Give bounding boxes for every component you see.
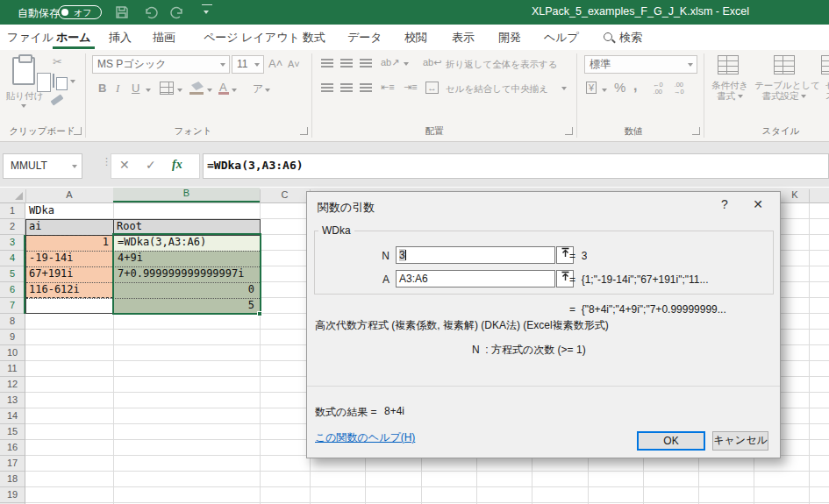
- row-header[interactable]: 18: [0, 472, 25, 487]
- italic-button[interactable]: I: [116, 82, 119, 96]
- increase-indent-icon[interactable]: ⇥≡: [404, 82, 418, 93]
- tab-data[interactable]: データ: [347, 30, 382, 46]
- search-icon[interactable]: [604, 32, 612, 41]
- comma-style-button[interactable]: ,: [633, 78, 637, 94]
- arg-n-input[interactable]: 3: [396, 246, 555, 264]
- conditional-formatting-button[interactable]: 条件付き書式: [707, 80, 753, 101]
- phonetic-dropdown-icon[interactable]: [265, 89, 270, 92]
- copy-dropdown-icon[interactable]: [70, 80, 75, 83]
- format-painter-icon[interactable]: [51, 95, 64, 106]
- select-all-icon[interactable]: [15, 192, 23, 200]
- cancel-entry-icon[interactable]: ✕: [119, 158, 130, 172]
- redo-icon[interactable]: [170, 4, 186, 20]
- align-bottom-icon[interactable]: [360, 59, 372, 68]
- row-header[interactable]: 7: [0, 298, 25, 314]
- row-header[interactable]: 2: [0, 219, 25, 235]
- row-header[interactable]: 12: [0, 377, 25, 393]
- copy-icon[interactable]: [53, 74, 54, 88]
- insert-function-icon[interactable]: fx: [172, 158, 182, 172]
- dialog-help-icon[interactable]: ?: [718, 197, 732, 211]
- fill-color-icon[interactable]: [191, 82, 204, 90]
- font-name-select[interactable]: MS Pゴシック: [92, 55, 230, 74]
- align-top-icon[interactable]: [321, 59, 333, 68]
- wrap-text-button[interactable]: 折り返して全体を表示する: [446, 59, 557, 69]
- column-header-a[interactable]: A: [25, 189, 113, 200]
- cell-a1[interactable]: WDka: [25, 203, 113, 219]
- row-header[interactable]: 10: [0, 345, 25, 361]
- tab-draw[interactable]: 描画: [153, 30, 175, 46]
- row-header[interactable]: 6: [0, 282, 25, 298]
- column-header-k[interactable]: K: [781, 189, 809, 200]
- row-header[interactable]: 8: [0, 314, 25, 330]
- paste-icon[interactable]: [12, 57, 35, 85]
- row-header[interactable]: 3: [0, 235, 25, 251]
- column-header-c[interactable]: C: [260, 189, 310, 200]
- tab-help[interactable]: ヘルプ: [544, 30, 579, 46]
- tab-formulas[interactable]: 数式: [303, 30, 325, 46]
- cell-styles-button[interactable]: セス: [821, 80, 829, 101]
- row-header[interactable]: 9: [0, 330, 25, 345]
- fill-color-dropdown-icon[interactable]: [207, 89, 212, 92]
- font-size-select[interactable]: 11: [232, 55, 264, 74]
- row-header[interactable]: 11: [0, 361, 25, 377]
- cancel-button[interactable]: キャンセル: [712, 431, 768, 451]
- tab-home[interactable]: ホーム: [56, 30, 91, 46]
- arg-a-input[interactable]: A3:A6: [396, 270, 555, 287]
- search-label[interactable]: 検索: [619, 30, 642, 46]
- row-header[interactable]: 15: [0, 424, 25, 440]
- align-left-icon[interactable]: [321, 83, 333, 93]
- format-as-table-button[interactable]: テーブルとして書式設定: [754, 80, 814, 101]
- borders-dropdown-icon[interactable]: [177, 89, 182, 92]
- cell-a2[interactable]: ai: [25, 219, 113, 235]
- clipboard-dialog-launcher-icon[interactable]: [74, 127, 82, 135]
- fill-handle[interactable]: [257, 311, 262, 316]
- number-dialog-launcher-icon[interactable]: [692, 127, 700, 135]
- undo-icon[interactable]: [142, 4, 158, 20]
- format-as-table-icon[interactable]: [774, 55, 795, 75]
- number-format-select[interactable]: 標準: [584, 55, 697, 74]
- ok-button[interactable]: OK: [637, 431, 705, 451]
- column-header-b[interactable]: B: [113, 188, 260, 202]
- save-icon[interactable]: [114, 4, 130, 20]
- row-header[interactable]: 14: [0, 408, 25, 424]
- bold-button[interactable]: B: [98, 82, 106, 95]
- align-center-icon[interactable]: [340, 83, 353, 93]
- qat-customize-icon[interactable]: [202, 4, 212, 18]
- underline-button[interactable]: U: [132, 82, 139, 95]
- decrease-indent-icon[interactable]: ⇤≡: [381, 82, 395, 93]
- row-header[interactable]: 4: [0, 251, 25, 266]
- borders-icon[interactable]: [160, 82, 174, 95]
- orientation-dropdown-icon[interactable]: [404, 62, 409, 66]
- merge-center-button[interactable]: セルを結合して中央揃え: [446, 83, 548, 94]
- cut-icon[interactable]: ✂: [53, 55, 62, 68]
- tab-file[interactable]: ファイル: [7, 30, 54, 46]
- cell-styles-icon[interactable]: [821, 55, 829, 75]
- function-help-link[interactable]: この関数のヘルプ(H): [315, 430, 415, 445]
- row-header[interactable]: 17: [0, 456, 25, 472]
- underline-dropdown-icon[interactable]: [146, 89, 151, 92]
- font-dialog-launcher-icon[interactable]: [300, 127, 308, 135]
- row-header[interactable]: 13: [0, 393, 25, 408]
- orientation-icon[interactable]: ab↗: [381, 57, 399, 68]
- tab-page-layout[interactable]: ページ レイアウト: [204, 30, 300, 46]
- tab-developer[interactable]: 開発: [498, 30, 521, 46]
- percent-style-button[interactable]: %: [614, 80, 625, 95]
- conditional-formatting-icon[interactable]: [718, 55, 739, 75]
- increase-font-icon[interactable]: A˄: [268, 57, 282, 70]
- merge-dropdown-icon[interactable]: [561, 87, 567, 90]
- align-right-icon[interactable]: [360, 83, 372, 93]
- decrease-font-icon[interactable]: A˅: [288, 59, 300, 69]
- row-header[interactable]: 16: [0, 440, 25, 456]
- accounting-format-icon[interactable]: ¥: [586, 82, 597, 94]
- name-box[interactable]: MMULT: [3, 153, 82, 179]
- tab-insert[interactable]: 挿入: [109, 30, 132, 46]
- accounting-dropdown-icon[interactable]: [602, 89, 607, 92]
- paste-button[interactable]: 貼り付け: [5, 90, 44, 101]
- dialog-close-icon[interactable]: ✕: [750, 197, 766, 211]
- autosave-toggle[interactable]: オフ: [58, 5, 102, 19]
- align-middle-icon[interactable]: [340, 59, 353, 68]
- phonetic-guide-icon[interactable]: ア: [253, 82, 263, 96]
- decrease-decimal-button[interactable]: .00→0: [674, 82, 684, 96]
- paste-dropdown-icon[interactable]: [21, 104, 26, 108]
- increase-decimal-button[interactable]: ←0.00: [653, 82, 663, 96]
